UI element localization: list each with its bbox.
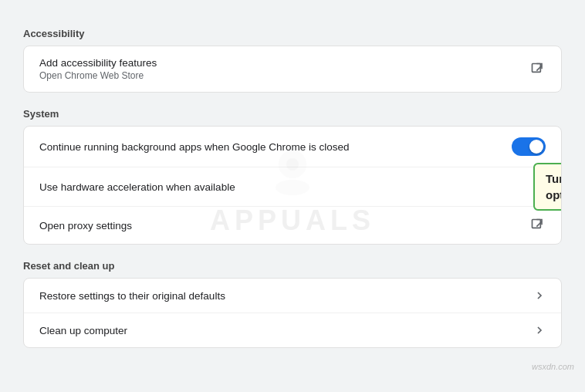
add-accessibility-subtitle: Open Chrome Web Store	[39, 70, 157, 81]
clean-computer-title: Clean up computer	[39, 325, 127, 336]
proxy-settings-row[interactable]: Open proxy settings	[24, 207, 561, 244]
restore-settings-title: Restore settings to their original defau…	[39, 290, 225, 302]
hardware-acceleration-row: Use hardware acceleration when available…	[24, 167, 561, 207]
proxy-settings-title: Open proxy settings	[39, 220, 132, 231]
watermark: wsxdn.com	[532, 362, 574, 371]
proxy-external-link-icon	[530, 218, 546, 233]
add-accessibility-text: Add accessibility features Open Chrome W…	[39, 57, 157, 81]
settings-page: Accessibility Add accessibility features…	[0, 0, 585, 379]
background-apps-knob	[529, 140, 543, 154]
reset-card: Restore settings to their original defau…	[23, 278, 562, 348]
add-accessibility-row[interactable]: Add accessibility features Open Chrome W…	[24, 46, 561, 92]
hardware-acceleration-title: Use hardware acceleration when available	[39, 181, 235, 193]
system-section-label: System	[23, 108, 562, 120]
background-apps-toggle[interactable]	[512, 137, 546, 156]
accessibility-card: Add accessibility features Open Chrome W…	[23, 46, 562, 93]
reset-section-label: Reset and clean up	[23, 260, 562, 272]
restore-settings-row[interactable]: Restore settings to their original defau…	[24, 279, 561, 313]
external-link-icon	[530, 62, 546, 77]
background-apps-title: Continue running background apps when Go…	[39, 141, 350, 153]
system-card: Continue running background apps when Go…	[23, 126, 562, 245]
tooltip-box: Turn theoption off	[533, 163, 562, 211]
add-accessibility-title: Add accessibility features	[39, 57, 157, 69]
clean-chevron-icon	[533, 324, 546, 336]
accessibility-section-label: Accessibility	[23, 28, 562, 39]
restore-chevron-icon	[533, 289, 546, 302]
background-apps-row: Continue running background apps when Go…	[24, 127, 561, 167]
tooltip-wrapper: Turn theoption off	[541, 178, 546, 195]
clean-computer-row[interactable]: Clean up computer	[24, 313, 561, 347]
